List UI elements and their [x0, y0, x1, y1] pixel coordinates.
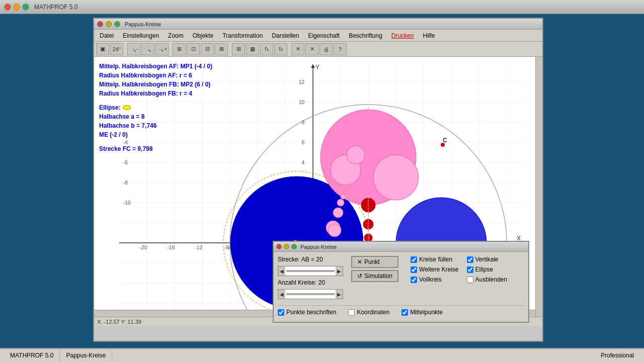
mittelpunkte-input[interactable] — [401, 309, 408, 316]
svg-point-65 — [341, 194, 346, 199]
weitere-kreise-label: Weitere Kreise — [419, 266, 458, 273]
tool-move[interactable]: ⊞ — [173, 43, 186, 55]
main-minimize-btn[interactable] — [106, 21, 112, 27]
weitere-kreise-cb[interactable]: Weitere Kreise — [411, 266, 458, 273]
app-name-status: MATHPROF 5.0 — [4, 349, 60, 362]
tool-grid[interactable]: ⊞ — [232, 43, 245, 55]
tool-select[interactable]: ▣ — [96, 43, 109, 55]
strecke-track — [286, 270, 335, 272]
minimize-btn[interactable] — [13, 4, 20, 11]
punkte-beschriften-input[interactable] — [278, 309, 284, 316]
menu-datei[interactable]: Datei — [95, 31, 118, 41]
strecke-right-btn[interactable]: ▶ — [336, 266, 343, 276]
koordinaten-input[interactable] — [348, 309, 355, 316]
svg-text:6: 6 — [301, 140, 304, 145]
strecke-slider[interactable]: ◀ ▶ — [278, 266, 343, 276]
menu-einstellungen[interactable]: Einstellungen — [118, 31, 164, 41]
maximize-btn[interactable] — [22, 4, 29, 11]
info-line1: Mittelp. Halbkreisbogen AF: MP1 (-4 / 0) — [99, 62, 212, 71]
strecke-left-btn[interactable]: ◀ — [278, 266, 285, 276]
tool-fit[interactable]: ⊡ — [187, 43, 200, 55]
kreise-fuellen-cb[interactable]: Kreise füllen — [411, 256, 458, 263]
pappus-min-btn[interactable] — [284, 244, 289, 249]
menu-drucken[interactable]: Drucken — [387, 31, 419, 41]
tool-zoom-in-btn[interactable]: 🔍+ — [155, 43, 169, 55]
tool-print[interactable]: 🖨 — [319, 43, 333, 55]
koordinaten-label: Koordinaten — [357, 309, 389, 316]
vollkreis-cb[interactable]: Vollkreis — [411, 276, 458, 283]
ellipse-input[interactable] — [467, 266, 473, 273]
svg-text:-12: -12 — [195, 245, 203, 250]
punkte-beschriften-cb[interactable]: Punkte beschriften — [278, 309, 336, 316]
info-line4: Radius Halbkreisbogen FB: r = 4 — [99, 89, 212, 98]
strecke-row: Strecke: AB = 20 — [278, 256, 343, 263]
simulation-button[interactable]: ↺ Simulation — [351, 270, 398, 282]
main-window: Pappus-Kreise Datei Einstellungen Zoom O… — [93, 18, 543, 342]
tool-measure[interactable]: 24° — [110, 43, 123, 55]
simulation-icon: ↺ — [357, 273, 362, 280]
tool-close2[interactable]: ✕ — [305, 43, 318, 55]
menu-darstellen[interactable]: Darstellen — [267, 31, 303, 41]
info-line2: Radius Halbkreisbogen AF: r = 6 — [99, 71, 212, 80]
info-ellipse-label: Ellipse: — [99, 103, 121, 112]
vertikale-label: Vertikale — [475, 256, 499, 263]
window-controls[interactable] — [4, 4, 29, 11]
close-btn[interactable] — [4, 4, 11, 11]
anzahl-right-btn[interactable]: ▶ — [336, 290, 343, 299]
info-line3: Mittelp. Halbkreisbogen FB: MP2 (6 / 0) — [99, 80, 212, 89]
kreise-fuellen-input[interactable] — [411, 256, 417, 263]
info-line7: Halbachse a = 8 — [99, 112, 212, 121]
svg-point-67 — [328, 224, 341, 237]
svg-text:4: 4 — [301, 160, 304, 165]
anzahl-slider[interactable]: ◀ ▶ — [278, 289, 343, 299]
tool-fit2[interactable]: ⊟ — [201, 43, 214, 55]
toolbar: ▣ 24° 🔍- 🔍 🔍+ ⊞ ⊡ ⊟ ⊠ ⊞ ▦ f₁ f₂ ✕ ✕ 🖨 ? — [94, 42, 542, 57]
scrollbar-vertical[interactable] — [535, 57, 542, 326]
ellipse-cb[interactable]: Ellipse — [467, 266, 515, 273]
menu-hilfe[interactable]: Hilfe — [419, 31, 440, 41]
tool-f1[interactable]: f₁ — [260, 43, 273, 55]
ausblenden-cb[interactable]: Ausblenden — [467, 276, 515, 283]
svg-text:-20: -20 — [140, 245, 147, 250]
svg-point-59 — [373, 155, 419, 200]
main-close-btn[interactable] — [97, 21, 103, 27]
anzahl-left-btn[interactable]: ◀ — [278, 290, 285, 299]
menu-beschriftung[interactable]: Beschriftung — [344, 31, 387, 41]
kreise-fuellen-label: Kreise füllen — [419, 256, 452, 263]
koordinaten-cb[interactable]: Koordinaten — [348, 309, 389, 316]
tool-fit3[interactable]: ⊠ — [215, 43, 228, 55]
menu-transformation[interactable]: Transformation — [218, 31, 267, 41]
punkt-button[interactable]: ✕ Punkt — [351, 256, 398, 268]
vertikale-cb[interactable]: Vertikale — [467, 256, 515, 263]
weitere-kreise-input[interactable] — [411, 266, 417, 273]
svg-text:-16: -16 — [168, 245, 175, 250]
vollkreis-input[interactable] — [411, 277, 417, 283]
svg-point-82 — [441, 143, 445, 147]
main-window-title: Pappus-Kreise — [125, 21, 161, 27]
tool-help[interactable]: ? — [334, 43, 347, 55]
pappus-max-btn[interactable] — [291, 244, 297, 249]
info-line8: Halbachse b = 7,746 — [99, 121, 212, 130]
vertikale-input[interactable] — [467, 256, 473, 263]
app-title: MATHPROF 5.0 — [34, 4, 77, 11]
mittelpunkte-cb[interactable]: Mittelpunkte — [401, 309, 443, 316]
tool-zoom-reset[interactable]: 🔍 — [141, 43, 154, 55]
tool-f2[interactable]: f₂ — [274, 43, 287, 55]
pappus-dialog: Pappus-Kreise Strecke: AB = 20 ◀ ▶ — [273, 241, 529, 323]
svg-text:Y: Y — [315, 64, 319, 71]
ausblenden-input[interactable] — [467, 277, 473, 283]
tool-table[interactable]: ▦ — [246, 43, 259, 55]
tool-zoom-out-btn[interactable]: 🔍- — [127, 43, 140, 55]
anzahl-track — [286, 293, 335, 295]
info-line9: ME (-2 / 0) — [99, 130, 212, 139]
coord-display: X: -12.57 Y: 11.39 — [97, 319, 141, 325]
menu-eigenschaft[interactable]: Eigenschaft — [303, 31, 344, 41]
main-maximize-btn[interactable] — [114, 21, 120, 27]
menu-zoom[interactable]: Zoom — [164, 31, 188, 41]
app-title-bar: MATHPROF 5.0 — [0, 0, 644, 14]
svg-text:-6: -6 — [123, 160, 128, 165]
tool-close[interactable]: ✕ — [291, 43, 304, 55]
menu-objekte[interactable]: Objekte — [188, 31, 218, 41]
svg-text:10: 10 — [299, 100, 305, 105]
pappus-close-btn[interactable] — [276, 244, 282, 249]
